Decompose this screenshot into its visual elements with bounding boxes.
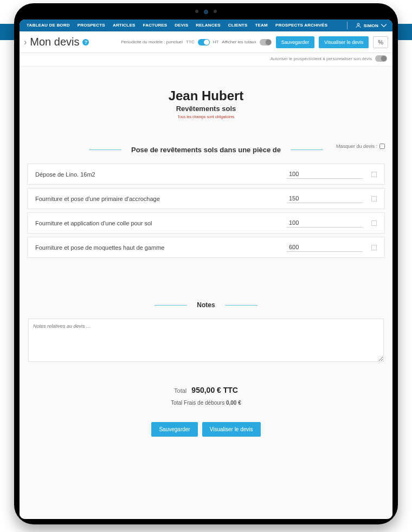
- item-row: Fourniture et pose de moquettes haut de …: [27, 237, 385, 258]
- permission-label: Autoriser le prospect/client à personnal…: [271, 56, 372, 61]
- section-title: Pose de revêtements sols dans une pièce …: [131, 146, 281, 154]
- view-quote-button[interactable]: Visualiser le devis: [319, 36, 369, 48]
- divider-right: [291, 150, 323, 150]
- required-fields-note: Tous les champs sont obligatoires: [25, 115, 387, 119]
- fees-label: Total Frais de débours: [171, 400, 224, 406]
- item-row: Fourniture et pose d'une primaire d'accr…: [27, 188, 385, 209]
- permission-row: Autoriser le prospect/client à personnal…: [20, 53, 392, 67]
- item-row: Dépose de Lino. 16m2: [27, 164, 385, 185]
- save-button[interactable]: Sauvegarder: [276, 36, 315, 48]
- totals: Total 950,00 € TTC Total Frais de débour…: [25, 386, 387, 406]
- ttc-ht-toggle[interactable]: [198, 39, 210, 46]
- nav-articles[interactable]: ARTICLES: [109, 20, 139, 31]
- fees-amount: 0,00 €: [226, 400, 241, 406]
- user-icon: [355, 22, 362, 29]
- notes-box: [28, 319, 384, 364]
- user-name: SIMON: [364, 23, 378, 28]
- show-totals-label: Afficher les totaux: [222, 40, 256, 44]
- nav-prospects[interactable]: PROSPECTS: [74, 20, 109, 31]
- nav-items: TABLEAU DE BORD PROSPECTS ARTICLES FACTU…: [20, 20, 345, 31]
- save-button-bottom[interactable]: Sauvegarder: [151, 422, 197, 437]
- notes-title: Notes: [197, 301, 215, 309]
- total-amount: 950,00 € TTC: [191, 386, 238, 394]
- item-value-input[interactable]: [287, 194, 363, 203]
- nav-clients[interactable]: CLIENTS: [224, 20, 252, 31]
- item-value-input[interactable]: [287, 170, 363, 179]
- item-label: Fourniture et pose de moquettes haut de …: [35, 244, 287, 251]
- divider-left: [89, 150, 121, 150]
- nav-prospects-archives[interactable]: PROSPECTS ARCHIVÉS: [272, 20, 331, 31]
- notes-textarea[interactable]: [28, 319, 384, 362]
- nav-team[interactable]: TEAM: [251, 20, 271, 31]
- chevron-down-icon: [381, 22, 387, 29]
- item-checkbox[interactable]: [371, 172, 377, 177]
- nav-separator: [347, 22, 347, 29]
- app-screen: TABLEAU DE BORD PROSPECTS ARTICLES FACTU…: [20, 20, 392, 519]
- content-area: Jean Hubert Revêtements sols Tous les ch…: [20, 67, 392, 519]
- ttc-label: TTC: [186, 40, 195, 44]
- tablet-frame: TABLEAU DE BORD PROSPECTS ARTICLES FACTU…: [14, 3, 398, 524]
- show-totals-toggle[interactable]: [260, 39, 272, 46]
- help-icon[interactable]: ?: [82, 39, 89, 46]
- item-checkbox[interactable]: [371, 245, 377, 250]
- total-label: Total: [174, 387, 186, 394]
- notes-header: Notes: [25, 301, 387, 309]
- chevron-right-icon[interactable]: ›: [24, 37, 27, 47]
- nav-tableau-de-bord[interactable]: TABLEAU DE BORD: [23, 20, 74, 31]
- nav-factures[interactable]: FACTURES: [139, 20, 171, 31]
- sub-toolbar: › Mon devis ? Périodicité du modèle : po…: [20, 31, 392, 53]
- item-row: Fourniture et application d'une colle po…: [27, 212, 385, 233]
- svg-point-0: [357, 23, 359, 25]
- divider-left: [154, 305, 187, 306]
- client-subtitle: Revêtements sols: [25, 105, 387, 113]
- tablet-camera: [192, 10, 220, 13]
- item-checkbox[interactable]: [371, 220, 377, 226]
- bottom-actions: Sauvegarder Visualiser le devis: [25, 422, 387, 437]
- permission-toggle[interactable]: [375, 55, 387, 62]
- divider-right: [225, 305, 258, 306]
- periodicity-label: Périodicité du modèle : ponctuel: [121, 40, 183, 44]
- client-name: Jean Hubert: [25, 88, 387, 103]
- ht-label: HT: [213, 40, 219, 44]
- view-quote-button-bottom[interactable]: Visualiser le devis: [202, 422, 261, 437]
- percent-button[interactable]: %: [373, 36, 388, 48]
- item-checkbox[interactable]: [371, 196, 377, 202]
- section-header: Masquer du devis : Pose de revêtements s…: [25, 146, 387, 154]
- items-list: Dépose de Lino. 16m2 Fourniture et pose …: [25, 164, 387, 258]
- user-menu[interactable]: SIMON: [350, 22, 392, 29]
- item-value-input[interactable]: [287, 218, 363, 228]
- mask-from-quote: Masquer du devis :: [336, 144, 385, 149]
- item-label: Fourniture et application d'une colle po…: [35, 220, 287, 226]
- nav-devis[interactable]: DEVIS: [171, 20, 192, 31]
- top-nav: TABLEAU DE BORD PROSPECTS ARTICLES FACTU…: [20, 20, 392, 31]
- page-title: Mon devis: [30, 36, 79, 48]
- mask-checkbox[interactable]: [379, 144, 385, 149]
- item-label: Fourniture et pose d'une primaire d'accr…: [35, 196, 287, 202]
- item-label: Dépose de Lino. 16m2: [35, 171, 287, 178]
- nav-relances[interactable]: RELANCES: [192, 20, 224, 31]
- mask-label: Masquer du devis :: [336, 144, 377, 149]
- item-value-input[interactable]: [287, 243, 363, 252]
